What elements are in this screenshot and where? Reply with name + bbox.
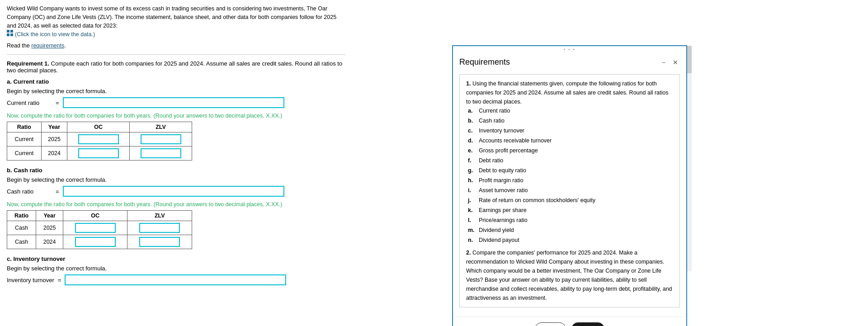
formula-row-inventory: Inventory turnover = (7, 274, 346, 285)
minimize-button[interactable]: − (660, 58, 667, 67)
panel-title: Requirements (459, 57, 510, 67)
section-c-label: c. Inventory turnover (7, 255, 346, 262)
ratio-text: Inventory turnover (479, 126, 524, 135)
ratio-letter: i. (468, 186, 475, 195)
scrollbar-thumb[interactable] (687, 46, 692, 73)
ratios-list: a.Current ratiob.Cash ratioc.Inventory t… (466, 106, 673, 245)
formula-row-current: Current ratio = (7, 97, 346, 108)
requirements-link[interactable]: requirements (31, 43, 64, 49)
requirements-box: 1. Using the financial statements given,… (459, 74, 680, 307)
cash-2024-oc-input[interactable] (75, 237, 116, 247)
current-2025-zlv-input[interactable] (141, 134, 181, 144)
ratio-letter: c. (468, 126, 475, 135)
ratio-list-item: d.Accounts receivable turnover (468, 136, 673, 145)
zlv-cell (127, 221, 192, 235)
ratio-list-item: k.Earnings per share (468, 206, 673, 215)
col-ratio-b: Ratio (7, 211, 36, 221)
cash-ratio-formula-input[interactable] (63, 186, 284, 197)
ratio-cell: Cash (7, 221, 36, 235)
table-row: Current 2024 (7, 146, 192, 161)
round-note-current: Now, compute the ratio for both companie… (7, 113, 346, 119)
ratio-text: Debt to equity ratio (479, 166, 526, 175)
panel-controls: − ✕ (660, 58, 680, 67)
ratio-list-item: i.Asset turnover ratio (468, 186, 673, 195)
ratio-text: Current ratio (479, 106, 510, 115)
zlv-cell (127, 235, 192, 249)
print-button[interactable]: Print (535, 322, 566, 326)
year-cell: 2025 (41, 132, 67, 146)
cash-2025-zlv-input[interactable] (139, 223, 180, 233)
ratio-letter: k. (468, 206, 475, 215)
formula-prompt-a: Begin by selecting the correct formula. (7, 88, 346, 94)
formula-label-current: Current ratio (7, 99, 52, 106)
year-cell: 2025 (36, 221, 63, 235)
section-b-label: b. Cash ratio (7, 167, 346, 174)
ratio-letter: a. (468, 106, 475, 115)
read-text: Read the (7, 43, 30, 49)
col-oc-a: OC (67, 122, 130, 132)
current-ratio-formula-input[interactable] (63, 97, 284, 108)
cash-2024-zlv-input[interactable] (139, 237, 180, 247)
formula-label-cash: Cash ratio (7, 188, 52, 195)
ratio-text: Asset turnover ratio (479, 186, 528, 195)
zlv-cell (130, 132, 192, 146)
svg-rect-0 (7, 30, 9, 33)
year-cell: 2024 (41, 146, 67, 161)
oc-cell (67, 132, 130, 146)
formula-prompt-c: Begin by selecting the correct formula. (7, 265, 346, 272)
ratio-letter: m. (468, 226, 475, 235)
equals-cash: = (56, 188, 59, 195)
col-year-b: Year (36, 211, 63, 221)
divider (7, 54, 346, 55)
table-row: Current 2025 (7, 132, 192, 146)
current-2024-oc-input[interactable] (78, 148, 119, 158)
ratio-letter: h. (468, 176, 475, 185)
ratio-list-item: n.Dividend payout (468, 236, 673, 245)
grid-icon (7, 30, 13, 39)
section-a-label: a. Current ratio (7, 78, 346, 85)
ratio-text: Gross profit percentage (479, 146, 538, 155)
inventory-turnover-formula-input[interactable] (65, 274, 286, 285)
current-2024-zlv-input[interactable] (141, 148, 181, 158)
ratio-letter: g. (468, 166, 475, 175)
close-button[interactable]: ✕ (671, 58, 680, 67)
ratio-list-item: c.Inventory turnover (468, 126, 673, 135)
ratio-list-item: m.Dividend yield (468, 226, 673, 235)
current-2025-oc-input[interactable] (78, 134, 119, 144)
ratio-list-item: e.Gross profit percentage (468, 146, 673, 155)
col-year-a: Year (41, 122, 67, 132)
panel-body: 1. Using the financial statements given,… (453, 70, 686, 317)
drag-handle: • • • (453, 46, 686, 53)
cash-2025-oc-input[interactable] (75, 223, 116, 233)
zlv-cell (130, 146, 192, 161)
ratio-letter: d. (468, 136, 475, 145)
ratio-letter: b. (468, 116, 475, 125)
table-row: Cash 2024 (7, 235, 192, 249)
year-cell: 2024 (36, 235, 63, 249)
panel-footer: Print Done (453, 317, 686, 326)
ratio-text: Dividend payout (479, 236, 519, 245)
intro-description: Wicked Wild Company wants to invest some… (7, 5, 336, 29)
ratio-letter: j. (468, 196, 475, 205)
formula-row-cash: Cash ratio = (7, 186, 346, 197)
ratio-list-item: b.Cash ratio (468, 116, 673, 125)
ratio-letter: e. (468, 146, 475, 155)
formula-prompt-b: Begin by selecting the correct formula. (7, 176, 346, 183)
done-button[interactable]: Done (571, 322, 604, 326)
req2-number: 2. (466, 250, 471, 256)
read-requirements-line: Read the requirements. (7, 43, 346, 49)
oc-cell (63, 235, 127, 249)
formula-label-inventory: Inventory turnover (7, 277, 54, 283)
current-ratio-table: Ratio Year OC ZLV Current 2025 Current 2… (7, 122, 192, 161)
equals-inventory: = (58, 277, 61, 283)
oc-cell (63, 221, 127, 235)
ratio-list-item: h.Profit margin ratio (468, 176, 673, 185)
ratio-letter: f. (468, 156, 475, 165)
svg-rect-1 (10, 30, 13, 33)
req2-section: 2. Compare the companies' performance fo… (466, 248, 673, 302)
ratio-text: Debt ratio (479, 156, 503, 165)
col-zlv-a: ZLV (130, 122, 192, 132)
section-inventory: c. Inventory turnover Begin by selecting… (7, 255, 346, 285)
data-link[interactable]: (Click the icon to view the data.) (7, 30, 95, 39)
round-note-cash: Now, compute the ratio for both companie… (7, 201, 346, 208)
